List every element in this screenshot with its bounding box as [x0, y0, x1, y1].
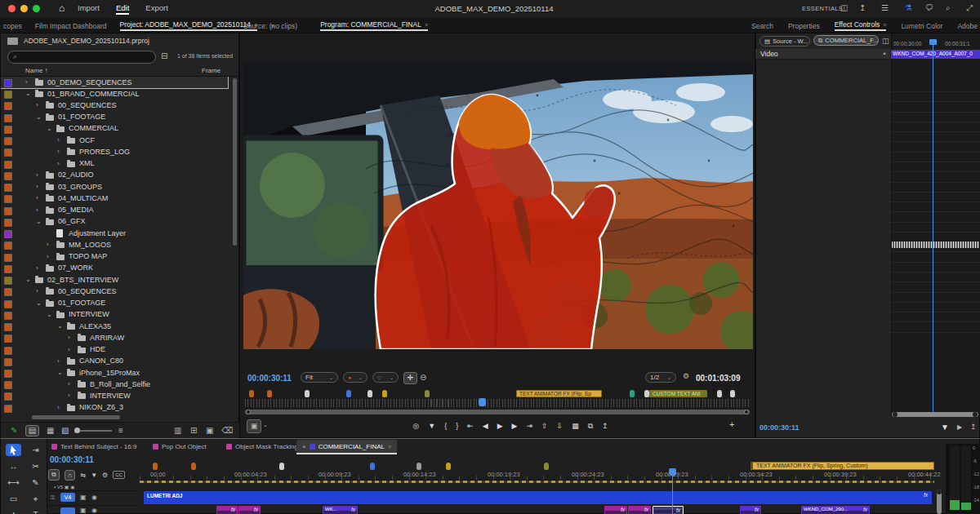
timeline-clip-wknd-com-290-[interactable]: WKND_COM_290...fx	[801, 506, 870, 514]
play-icon[interactable]: ▶	[497, 422, 503, 430]
chevron-down-icon[interactable]: ⌄	[36, 299, 42, 307]
workspace-icon[interactable]: ◫	[840, 3, 848, 12]
bin-tree-row[interactable]: ⌄iPhone_15ProMax	[1, 367, 228, 379]
chevron-down-icon[interactable]: ⌄	[47, 311, 52, 318]
add-marker-icon[interactable]: ▼	[428, 422, 435, 430]
timeline-settings-wrench-icon[interactable]: ⚙	[102, 472, 108, 479]
timeline-marker[interactable]	[370, 463, 375, 470]
timeline-clip[interactable]: fx	[216, 506, 238, 514]
compare-frame-icon[interactable]: ◎	[412, 422, 419, 430]
timeline-marker[interactable]	[279, 463, 284, 470]
track-lock-icon[interactable]: ⚿	[51, 494, 55, 501]
proxy-toggle-dropdown[interactable]: ●⌄	[343, 372, 368, 383]
sequence-marker[interactable]	[730, 390, 735, 397]
chevron-right-icon[interactable]: ›	[36, 183, 38, 190]
ec-parameter-row[interactable]: ›Rotation0.0⟲	[755, 152, 890, 162]
home-icon[interactable]: ⌂	[59, 2, 65, 14]
label-color-swatch[interactable]	[4, 358, 12, 366]
feedback-chat-icon[interactable]: 🗩	[925, 3, 933, 12]
track-target-v4[interactable]: V4	[60, 493, 75, 502]
bin-tree-row[interactable]: ⌄01_FOOTAGE	[1, 112, 228, 123]
sequence-tab-pop-out-object[interactable]: Pop Out Object	[153, 440, 207, 453]
ec-parameter-row[interactable]: ›Crop Top0.0 %⟲	[755, 192, 890, 202]
bin-tree-row[interactable]: ›HDE	[1, 344, 228, 356]
timeline-clip[interactable]: fx	[653, 506, 684, 514]
chevron-down-icon[interactable]: ⌄	[36, 113, 42, 121]
work-area-bar[interactable]	[140, 481, 934, 483]
traffic-light-minimize[interactable]	[20, 5, 28, 12]
chevron-right-icon[interactable]: ›	[36, 194, 38, 202]
ec-playhead-handle[interactable]	[929, 39, 937, 45]
chevron-down-icon[interactable]: ⌄	[25, 90, 31, 97]
go-to-in-icon[interactable]: ⇤	[467, 422, 474, 430]
bin-tree-row[interactable]: ⌄01_BRAND_COMMERCIAL	[1, 88, 228, 100]
fullscreen-icon[interactable]: ⤢	[966, 3, 973, 13]
label-color-swatch[interactable]	[4, 347, 12, 355]
panel-tab-adobe-stock[interactable]: Adobe Stock	[957, 22, 980, 30]
timeline-clip[interactable]: fx	[628, 506, 651, 514]
timeline-marker[interactable]	[544, 463, 549, 470]
traffic-light-zoom[interactable]	[33, 5, 40, 12]
sequence-tab-commercial-final[interactable]: ×COMMERCIAL_FINAL≡	[296, 440, 397, 454]
column-frame[interactable]: Frame	[202, 67, 220, 74]
bin-tree-row[interactable]: ›00_SEQUENCES	[1, 286, 228, 297]
timeline-marker[interactable]	[153, 463, 158, 470]
bin-tree-row[interactable]: ›XML	[1, 158, 228, 170]
ec-parameter-row[interactable]: ›Opacity100.0 %⟲	[755, 302, 890, 312]
ec-parameter-row[interactable]: Anchor Point1920.01080.0⟲	[755, 162, 890, 171]
bin-tree-row[interactable]: ›05_MEDIA	[1, 205, 228, 216]
mark-in-icon[interactable]: {	[444, 422, 447, 430]
bin-tree-row[interactable]: ⌄06_GFX	[1, 216, 228, 228]
linked-selection-icon[interactable]: ⇆	[80, 472, 86, 479]
column-name[interactable]: Name ↑	[25, 67, 48, 74]
panel-menu-icon[interactable]: ≡	[425, 22, 428, 28]
timeline-clip[interactable]: fx	[604, 506, 627, 514]
ec-source-tab-button[interactable]: ▤Source - W...	[760, 36, 810, 47]
go-to-out-icon[interactable]: ⇥	[526, 422, 532, 430]
label-color-swatch[interactable]	[4, 148, 12, 157]
timeline-clip-wk-[interactable]: WK...fx	[323, 506, 358, 514]
zoom-slider-handle[interactable]	[74, 428, 80, 433]
chevron-right-icon[interactable]: ›	[25, 78, 28, 86]
panel-tab-effect-controls[interactable]: Effect Controls≡	[835, 20, 887, 31]
ec-export-icon[interactable]: ↥	[970, 423, 977, 431]
zoom-level-dropdown[interactable]: Fit⌄	[301, 372, 338, 383]
panel-menu-icon[interactable]: ≡	[388, 444, 391, 450]
bin-tree-row[interactable]: Adjustment Layer	[1, 228, 228, 239]
chevron-right-icon[interactable]: ›	[36, 101, 38, 109]
label-color-swatch[interactable]	[4, 241, 12, 250]
bin-tree-row[interactable]: ›ARRIRAW	[1, 332, 228, 343]
panel-menu-icon[interactable]: ≡	[883, 22, 886, 28]
ec-section-row[interactable]: ⌄Unassigned MasksClear all	[755, 91, 890, 101]
chevron-down-icon[interactable]: ⌄	[57, 322, 63, 330]
zoom-tool[interactable]: ⌖	[28, 493, 43, 505]
label-color-swatch[interactable]	[4, 114, 12, 122]
insert-overwrite-sequence-icon[interactable]: ⧉	[48, 469, 60, 481]
chevron-right-icon[interactable]: ›	[36, 264, 38, 272]
tracker-keyframes-bar[interactable]	[892, 241, 979, 248]
label-color-swatch[interactable]	[4, 195, 12, 203]
label-color-swatch[interactable]	[4, 219, 12, 227]
beta-flask-icon[interactable]: ⚗	[905, 3, 912, 12]
label-color-swatch[interactable]	[4, 405, 12, 413]
ec-tracker-row[interactable]: Tracker◀▏◀◀▶▶▕▶	[755, 241, 890, 251]
pen-tool[interactable]: ✎	[28, 476, 43, 489]
timeline-ruler[interactable]: 00:0000:00:04:2300:00:09:2300:00:14:2300…	[140, 468, 934, 481]
sequence-tab-object-mask-tracking[interactable]: Object Mask Tracking	[226, 440, 298, 453]
bin-tree-row[interactable]: ⌄02_BTS_INTERVIEW	[1, 274, 228, 286]
label-color-swatch[interactable]	[4, 184, 12, 192]
captions-icon[interactable]: CC	[113, 471, 125, 479]
mask-overlay-toggle[interactable]: ▣	[247, 419, 261, 433]
clip-lumetri-adj[interactable]: LUMETRI ADJ fx	[144, 491, 932, 504]
chevron-down-icon[interactable]: ⌄	[263, 422, 268, 428]
mark-out-icon[interactable]: }	[456, 422, 458, 430]
label-color-swatch[interactable]	[4, 126, 12, 134]
ec-parameter-row[interactable]: ›Scale50.0⟲	[755, 122, 890, 131]
tree-vertical-scrollbar[interactable]	[233, 78, 237, 246]
sequence-marker[interactable]	[717, 390, 722, 397]
chevron-right-icon[interactable]: ›	[68, 334, 70, 341]
traffic-light-close[interactable]	[8, 5, 16, 12]
panel-tab-lumetri-color[interactable]: Lumetri Color	[901, 22, 942, 30]
timeline-marker[interactable]	[416, 463, 421, 470]
ec-parameter-row[interactable]: ›Scale Width50.0⟲	[755, 131, 890, 141]
